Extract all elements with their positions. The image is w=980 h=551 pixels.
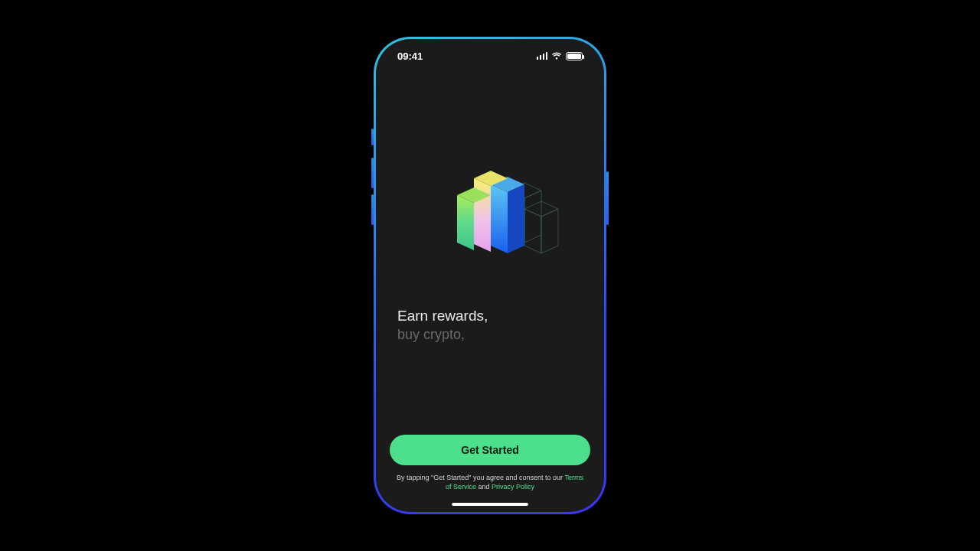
hero-area: Earn rewards, buy crypto, xyxy=(376,39,604,435)
tagline-line-1: Earn rewards, xyxy=(397,307,488,326)
tagline: Earn rewards, buy crypto, xyxy=(376,307,488,344)
phone-frame: 09:41 xyxy=(374,37,606,514)
tagline-line-2: buy crypto, xyxy=(397,327,488,343)
home-indicator[interactable] xyxy=(452,503,528,506)
get-started-button[interactable]: Get Started xyxy=(390,435,590,465)
privacy-policy-link[interactable]: Privacy Policy xyxy=(492,483,534,491)
legal-conj: and xyxy=(476,483,492,491)
battery-icon xyxy=(566,52,583,60)
screen: 09:41 xyxy=(376,39,604,512)
status-bar: 09:41 xyxy=(376,39,604,73)
onboarding-screen: Earn rewards, buy crypto, Get Started By… xyxy=(376,39,604,512)
wifi-icon xyxy=(551,52,562,60)
legal-text: By tapping "Get Started" you agree and c… xyxy=(390,473,590,492)
cellular-signal-icon xyxy=(537,52,548,60)
app-logo-illustration xyxy=(417,161,563,276)
legal-prefix: By tapping "Get Started" you agree and c… xyxy=(397,474,564,481)
status-right-cluster xyxy=(537,52,583,60)
bottom-block: Get Started By tapping "Get Started" you… xyxy=(376,435,604,512)
phone-mockup: 09:41 xyxy=(374,37,606,514)
power-button xyxy=(606,171,609,225)
status-time: 09:41 xyxy=(397,51,423,62)
